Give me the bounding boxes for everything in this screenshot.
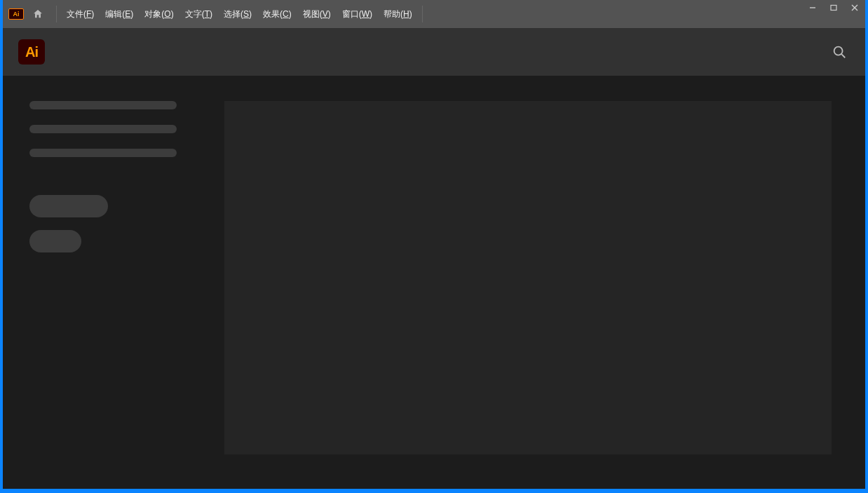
app-window: Ai 文件(F) 编辑(E) 对象(O) 文字(T) 选择(S) 效果(C) <box>3 0 865 489</box>
menu-items: 文件(F) 编辑(E) 对象(O) 文字(T) 选择(S) 效果(C) 视图(V… <box>56 6 423 22</box>
close-button[interactable] <box>844 0 865 15</box>
app-icon-small: Ai <box>8 8 24 20</box>
menu-edit[interactable]: 编辑(E) <box>100 6 139 23</box>
svg-point-4 <box>834 47 843 55</box>
app-icon-large[interactable]: Ai <box>18 39 45 65</box>
search-icon[interactable] <box>832 44 847 60</box>
app-icon-large-label: Ai <box>25 44 38 60</box>
svg-rect-1 <box>831 6 836 11</box>
menu-select[interactable]: 选择(S) <box>218 6 257 23</box>
svg-line-5 <box>841 54 845 58</box>
home-icon[interactable] <box>31 7 45 21</box>
skeleton-line <box>29 149 177 157</box>
menu-window[interactable]: 窗口(W) <box>337 6 378 23</box>
home-body <box>3 76 865 489</box>
skeleton-pill <box>29 195 108 217</box>
skeleton-line <box>29 125 177 133</box>
menu-object[interactable]: 对象(O) <box>139 6 179 23</box>
maximize-button[interactable] <box>823 0 844 15</box>
menu-divider <box>422 6 423 22</box>
skeleton-pill <box>29 230 81 252</box>
minimize-button[interactable] <box>802 0 823 15</box>
content-panel <box>224 101 832 454</box>
skeleton-line <box>29 101 177 109</box>
menu-view[interactable]: 视图(V) <box>297 6 337 23</box>
menu-text[interactable]: 文字(T) <box>179 6 218 23</box>
sidebar <box>3 101 220 489</box>
menubar: Ai 文件(F) 编辑(E) 对象(O) 文字(T) 选择(S) 效果(C) <box>3 0 865 28</box>
menu-file[interactable]: 文件(F) <box>61 6 100 23</box>
menu-effect[interactable]: 效果(C) <box>257 6 297 23</box>
topbar: Ai <box>3 28 865 76</box>
window-controls <box>802 0 865 20</box>
menu-help[interactable]: 帮助(H) <box>378 6 418 23</box>
app-icon-small-label: Ai <box>13 11 20 18</box>
